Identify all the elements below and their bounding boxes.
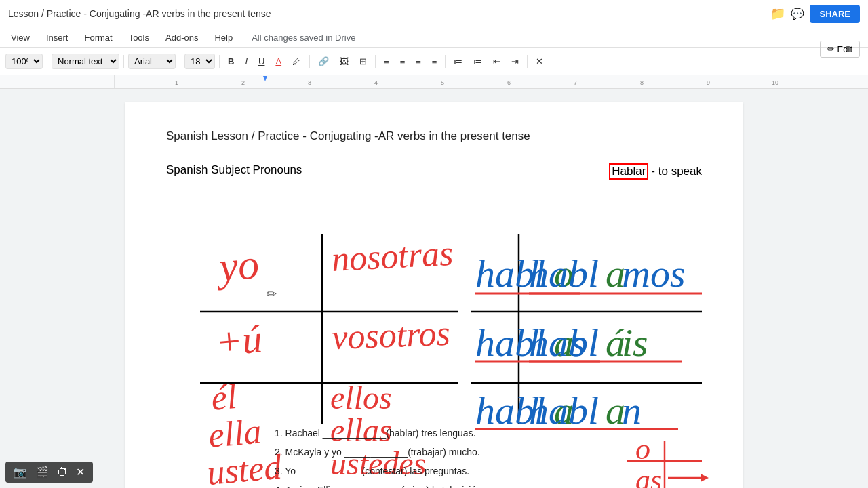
indent-dec-button[interactable]: ⇤: [489, 54, 505, 69]
ruler: │ 1 2 3 4 5 6 7 8 9 10: [0, 75, 868, 89]
toolbar-sep-1: [47, 55, 47, 68]
svg-text:yo: yo: [213, 241, 260, 290]
svg-text:él: él: [210, 377, 238, 418]
section-headers: Spanish Subject Pronouns Hablar - to spe…: [166, 163, 702, 180]
svg-text:ellos: ellos: [330, 380, 392, 415]
toolbar-sep-8: [527, 55, 528, 68]
svg-text:ella: ella: [207, 411, 263, 455]
bold-button[interactable]: B: [224, 54, 238, 69]
document-area[interactable]: Spanish Lesson / Practice - Conjugating …: [0, 89, 868, 488]
exercise-2: 2. McKayla y yo ____________(trabajar) m…: [275, 443, 484, 462]
hablar-word: Hablar: [609, 163, 648, 180]
font-select[interactable]: Arial: [128, 54, 176, 69]
image-button[interactable]: 🖼: [336, 54, 353, 69]
svg-text:habl: habl: [529, 321, 599, 365]
text-color-button[interactable]: A: [271, 54, 285, 69]
toolbar-sep-5: [309, 55, 310, 68]
exercise-3: 3. Yo ____________(contestar) las pregun…: [275, 462, 484, 481]
menu-tools[interactable]: Tools: [126, 31, 152, 44]
toolbar-sep-7: [445, 55, 446, 68]
svg-text:nosotras: nosotras: [331, 234, 454, 279]
toolbar-sep-6: [375, 55, 376, 68]
folder-icon[interactable]: 📁: [770, 6, 785, 21]
align-left-button[interactable]: ≡: [380, 54, 393, 69]
toolbar-sep-4: [219, 55, 220, 68]
svg-text:mos: mos: [622, 251, 685, 296]
svg-text:vosotros: vosotros: [331, 314, 450, 357]
hablar-header: Hablar - to speak: [609, 163, 702, 180]
svg-text:10: 10: [772, 79, 778, 86]
align-center-button[interactable]: ≡: [396, 54, 410, 69]
page: Spanish Lesson / Practice - Conjugating …: [125, 102, 743, 488]
highlight-button[interactable]: 🖊: [288, 54, 305, 69]
video-icon[interactable]: 🎬: [35, 466, 49, 479]
clear-format-button[interactable]: ✕: [532, 54, 547, 69]
indent-inc-button[interactable]: ⇥: [507, 54, 523, 69]
zoom-select[interactable]: 100%: [5, 54, 43, 69]
bottom-bar: 📷 🎬 ⏱ ✕: [5, 462, 93, 483]
exercise-4: 4. Josie y Ellie ____________(mirar) la …: [275, 481, 484, 488]
menu-format[interactable]: Format: [81, 31, 115, 44]
comments-icon[interactable]: 💬: [791, 7, 804, 20]
toolbar-sep-2: [123, 55, 124, 68]
italic-button[interactable]: I: [241, 54, 252, 69]
share-button[interactable]: SHARE: [810, 5, 860, 23]
num-list-button[interactable]: ≔: [450, 54, 467, 69]
justify-button[interactable]: ≡: [428, 54, 441, 69]
bullet-list-button[interactable]: ≔: [469, 54, 486, 69]
content-area: yo nosotras +ú vosotros él ella usted el…: [166, 193, 702, 488]
exercise-list: 1. Rachael ____________(hablar) tres len…: [275, 424, 484, 488]
menu-addons[interactable]: Add-ons: [163, 31, 201, 44]
svg-text:1: 1: [175, 79, 178, 86]
svg-text:n: n: [622, 388, 642, 432]
svg-text:+ú: +ú: [214, 317, 264, 365]
svg-text:2: 2: [241, 79, 245, 86]
save-status: All changes saved in Drive: [252, 33, 355, 43]
document-heading: Spanish Lesson / Practice - Conjugating …: [166, 129, 702, 143]
svg-text:o: o: [635, 432, 650, 466]
svg-text:│: │: [115, 78, 119, 86]
align-right-button[interactable]: ≡: [412, 54, 425, 69]
menu-help[interactable]: Help: [212, 31, 235, 44]
svg-text:9: 9: [707, 79, 710, 86]
svg-text:habl: habl: [529, 388, 599, 432]
pronouns-header: Spanish Subject Pronouns: [166, 163, 302, 180]
svg-text:5: 5: [441, 79, 444, 86]
font-size-select[interactable]: 18: [184, 54, 215, 69]
timer-icon[interactable]: ⏱: [57, 466, 68, 479]
ruler-svg: │ 1 2 3 4 5 6 7 8 9 10: [114, 75, 868, 88]
style-select[interactable]: Normal text: [52, 54, 119, 69]
menu-insert[interactable]: Insert: [43, 31, 71, 44]
svg-text:6: 6: [507, 79, 511, 86]
document-title: Lesson / Practice - Conjugating -AR verb…: [8, 8, 765, 19]
svg-marker-57: [701, 474, 709, 482]
svg-text:is: is: [622, 321, 648, 365]
menu-view[interactable]: View: [8, 31, 33, 44]
svg-text:7: 7: [574, 79, 577, 86]
link-button[interactable]: 🔗: [314, 54, 333, 69]
table-button[interactable]: ⊞: [355, 54, 371, 69]
svg-marker-12: [263, 76, 267, 81]
svg-text:3: 3: [308, 79, 311, 86]
exercise-1: 1. Rachael ____________(hablar) tres len…: [275, 424, 484, 443]
edit-button[interactable]: ✏ Edit: [820, 41, 860, 58]
close-bottom-icon[interactable]: ✕: [76, 466, 85, 479]
svg-text:4: 4: [374, 79, 378, 86]
svg-text:✏: ✏: [267, 287, 277, 301]
screen-record-icon[interactable]: 📷: [14, 466, 27, 479]
svg-text:usted: usted: [205, 447, 283, 488]
underline-button[interactable]: U: [254, 54, 269, 69]
svg-text:habl: habl: [529, 251, 599, 296]
toolbar-sep-3: [180, 55, 180, 68]
svg-text:8: 8: [640, 79, 644, 86]
hablar-suffix: - to speak: [651, 165, 702, 178]
svg-text:as: as: [635, 464, 662, 488]
